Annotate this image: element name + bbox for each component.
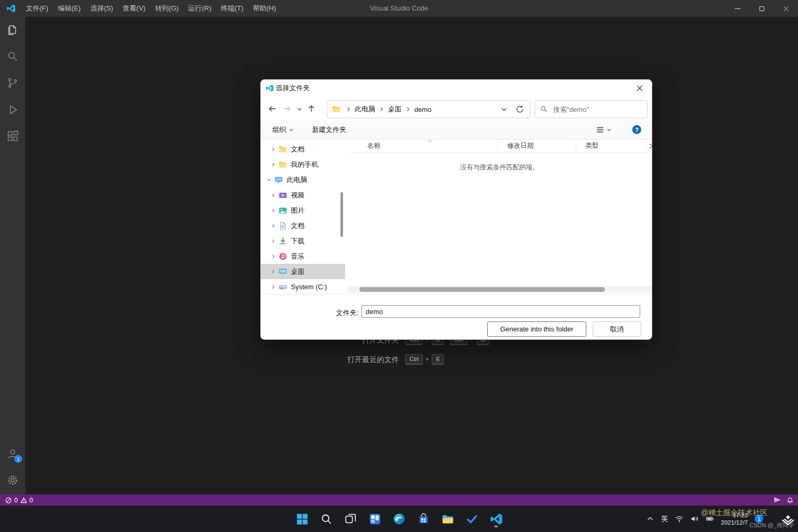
wifi-icon[interactable]: [675, 515, 683, 523]
forward-button[interactable]: [280, 101, 294, 116]
generate-button[interactable]: Generate into this folder: [487, 321, 586, 337]
tree-item-label: 音乐: [291, 252, 305, 261]
organize-button[interactable]: 组织: [272, 125, 294, 135]
list-view-icon: [596, 126, 604, 134]
volume-icon[interactable]: [690, 515, 699, 523]
edge-icon[interactable]: [390, 510, 408, 528]
breadcrumb-demo[interactable]: demo: [412, 106, 434, 113]
close-button[interactable]: [774, 0, 798, 17]
folder-icon: [279, 160, 287, 169]
tree-item-music[interactable]: 音乐: [261, 249, 345, 264]
activity-bar: 1: [0, 17, 25, 495]
back-button[interactable]: [265, 101, 280, 116]
breadcrumb-this-pc[interactable]: 此电脑: [353, 104, 377, 114]
tree-item-my-phone[interactable]: 我的手机: [261, 157, 345, 172]
column-size[interactable]: 大小: [649, 141, 652, 150]
menu-file[interactable]: 文件(F): [21, 0, 53, 17]
store-icon[interactable]: [414, 510, 432, 528]
horizontal-scrollbar-thumb[interactable]: [359, 287, 605, 292]
empty-results-message: 没有与搜索条件匹配的项。: [347, 163, 652, 172]
folder-icon: [332, 105, 340, 113]
breadcrumb-desktop[interactable]: 桌面: [386, 104, 404, 114]
tree-item-downloads[interactable]: 下载: [261, 233, 345, 249]
menu-run[interactable]: 运行(R): [183, 0, 216, 17]
task-view-button[interactable]: [341, 510, 359, 528]
horizontal-scrollbar[interactable]: [347, 286, 651, 293]
column-date-modified[interactable]: 修改日期: [507, 141, 534, 150]
menu-help[interactable]: 帮助(H): [248, 0, 281, 17]
view-options-button[interactable]: [596, 126, 612, 134]
search-box[interactable]: [535, 100, 648, 118]
file-list: 名称 修改日期 类型 大小 没有与搜索条件匹配的项。: [347, 139, 652, 294]
refresh-icon[interactable]: [515, 104, 525, 114]
tree-scrollbar[interactable]: [340, 192, 343, 237]
source-control-icon[interactable]: [6, 77, 19, 89]
search-input[interactable]: [552, 101, 644, 117]
explorer-icon[interactable]: [6, 24, 19, 36]
tree-item-system-c[interactable]: System (C:): [261, 279, 345, 294]
help-button[interactable]: ?: [632, 125, 641, 134]
settings-gear-icon[interactable]: [6, 474, 19, 487]
feedback-icon[interactable]: [774, 497, 781, 504]
start-button[interactable]: [293, 510, 311, 528]
welcome-open-recent-keys: Ctrl + E: [405, 354, 444, 365]
tree-item-label: 图片: [291, 206, 305, 215]
chevron-right-icon: [271, 269, 276, 274]
menu-go[interactable]: 转到(G): [150, 0, 184, 17]
dialog-footer: 文件夹: Generate into this folder 取消: [261, 294, 652, 340]
menu-selection[interactable]: 选择(S): [86, 0, 118, 17]
new-folder-button[interactable]: 新建文件夹: [312, 125, 346, 135]
maximize-button[interactable]: [749, 0, 774, 17]
menu-terminal[interactable]: 终端(T): [216, 0, 248, 17]
notifications-bell-icon[interactable]: [786, 497, 794, 504]
tree-item-documents-top[interactable]: 文档: [261, 141, 345, 157]
problems-status[interactable]: 0 0: [0, 497, 33, 504]
menu-edit[interactable]: 编辑(E): [53, 0, 86, 17]
vscode-taskbar-icon[interactable]: [487, 510, 505, 528]
hidden-icons-chevron[interactable]: [646, 515, 654, 523]
search-icon: [540, 105, 548, 113]
address-bar[interactable]: 此电脑 桌面 demo: [327, 100, 530, 118]
drive-icon: [279, 283, 287, 291]
taskbar-search-button[interactable]: [317, 510, 335, 528]
tree-item-label: 下载: [291, 236, 305, 246]
tree-item-label: 此电脑: [287, 175, 307, 185]
ime-language-indicator[interactable]: 英: [661, 514, 668, 524]
extensions-icon[interactable]: [6, 130, 19, 142]
folder-name-input[interactable]: [362, 305, 640, 318]
check-app-icon[interactable]: [463, 510, 481, 528]
tree-item-desktop[interactable]: 桌面: [261, 264, 345, 279]
minimize-button[interactable]: [725, 0, 749, 17]
address-dropdown-chevron-icon[interactable]: [500, 106, 508, 113]
column-name[interactable]: 名称: [367, 141, 381, 150]
breadcrumb-chevron-icon: [378, 106, 385, 112]
account-icon[interactable]: 1: [6, 448, 19, 460]
error-count: 0: [14, 497, 18, 504]
tree-item-label: 视频: [291, 191, 305, 200]
tree-item-this-pc[interactable]: 此电脑: [261, 172, 345, 187]
select-folder-dialog: 选择文件夹 此电脑 桌面 demo: [260, 79, 652, 340]
error-icon: [5, 497, 12, 504]
cancel-button[interactable]: 取消: [593, 321, 641, 337]
run-debug-icon[interactable]: [6, 103, 19, 116]
tree-item-pictures[interactable]: 图片: [261, 203, 345, 218]
up-button[interactable]: [304, 101, 319, 116]
search-icon[interactable]: [6, 50, 19, 63]
column-type[interactable]: 类型: [585, 141, 598, 150]
active-app-indicator: [495, 526, 498, 527]
recent-locations-chevron-icon[interactable]: [294, 101, 304, 116]
dialog-close-button[interactable]: [628, 80, 652, 97]
menu-view[interactable]: 查看(V): [118, 0, 150, 17]
tree-item-documents[interactable]: 文档: [261, 218, 345, 233]
tree-item-label: System (C:): [291, 283, 327, 291]
welcome-open-recent-label: 打开最近的文件: [309, 355, 399, 365]
new-folder-label: 新建文件夹: [312, 125, 346, 135]
vscode-logo-icon: [265, 84, 274, 92]
tree-item-videos[interactable]: 视频: [261, 187, 345, 203]
juejin-watermark: @稀土掘金技术社区: [701, 508, 767, 518]
widgets-button[interactable]: [366, 510, 384, 528]
music-icon: [279, 252, 287, 261]
file-explorer-icon[interactable]: [439, 510, 457, 528]
chevron-right-icon: [271, 239, 276, 244]
tree-item-label: 桌面: [291, 267, 305, 277]
